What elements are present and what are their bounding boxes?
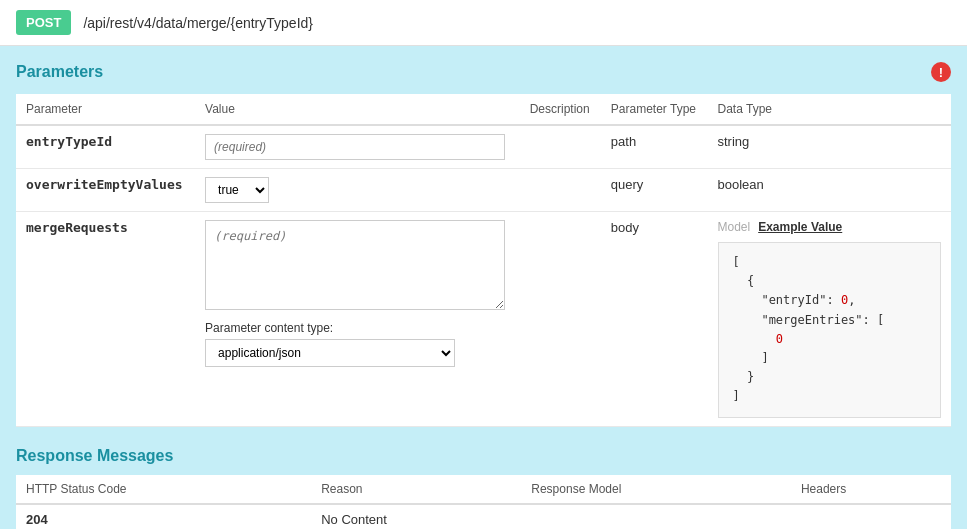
param-type-2: query (601, 169, 708, 212)
parameters-table: Parameter Value Description Parameter Ty… (16, 94, 951, 427)
content-type-label: Parameter content type: (205, 321, 510, 335)
response-headers (791, 504, 951, 530)
param-name-entryTypeId: entryTypeId (26, 134, 112, 149)
col-parameter: Parameter (16, 94, 195, 125)
content-type-select[interactable]: application/json (205, 339, 455, 367)
model-tabs: Model Example Value (718, 220, 942, 234)
mergeRequests-textarea[interactable] (205, 220, 505, 310)
reason-text: No Content (311, 504, 521, 530)
table-row: mergeRequests Parameter content type: ap… (16, 212, 951, 427)
response-section: Response Messages HTTP Status Code Reaso… (16, 447, 951, 530)
col-parameter-type: Parameter Type (601, 94, 708, 125)
table-row: overwriteEmptyValues true false query bo… (16, 169, 951, 212)
model-tab[interactable]: Model (718, 220, 751, 234)
method-badge: POST (16, 10, 71, 35)
example-value-tab[interactable]: Example Value (758, 220, 842, 234)
entryTypeId-input[interactable] (205, 134, 505, 160)
col-headers: Headers (791, 475, 951, 504)
col-data-type: Data Type (708, 94, 952, 125)
param-type-3: body (601, 212, 708, 427)
param-type-1: path (601, 125, 708, 169)
top-bar: POST /api/rest/v4/data/merge/{entryTypeI… (0, 0, 967, 46)
main-content: Parameters ! Parameter Value Description… (0, 46, 967, 529)
response-table: HTTP Status Code Reason Response Model H… (16, 475, 951, 530)
body-cell: Model Example Value [ { "entryId": 0, "m… (708, 212, 952, 427)
parameters-title: Parameters (16, 63, 103, 81)
param-description-2 (520, 169, 601, 212)
status-code: 204 (16, 504, 311, 530)
table-row: entryTypeId path string (16, 125, 951, 169)
error-icon: ! (931, 62, 951, 82)
param-description-1 (520, 125, 601, 169)
data-type-1: string (708, 125, 952, 169)
col-status: HTTP Status Code (16, 475, 311, 504)
col-model: Response Model (521, 475, 791, 504)
response-messages-title: Response Messages (16, 447, 951, 465)
col-reason: Reason (311, 475, 521, 504)
param-name-mergeRequests: mergeRequests (26, 220, 128, 235)
response-model (521, 504, 791, 530)
data-type-2: boolean (708, 169, 952, 212)
table-row: 204 No Content (16, 504, 951, 530)
param-name-overwriteEmptyValues: overwriteEmptyValues (26, 177, 183, 192)
overwriteEmptyValues-select[interactable]: true false (205, 177, 269, 203)
json-example-box: [ { "entryId": 0, "mergeEntries": [ 0 ] … (718, 242, 942, 418)
param-description-3 (520, 212, 601, 427)
col-description: Description (520, 94, 601, 125)
col-value: Value (195, 94, 520, 125)
endpoint-path: /api/rest/v4/data/merge/{entryTypeId} (83, 15, 313, 31)
parameters-section-header: Parameters ! (16, 62, 951, 82)
